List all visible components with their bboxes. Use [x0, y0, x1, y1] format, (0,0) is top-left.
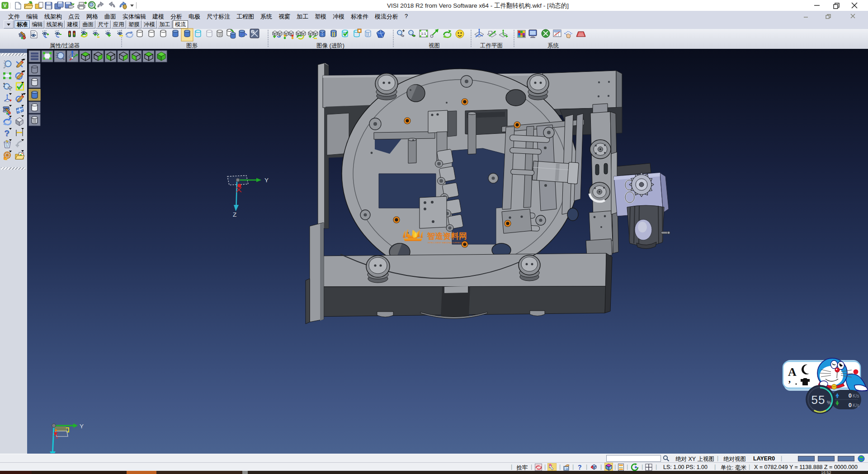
svg-text:0: 0	[849, 402, 852, 408]
svg-text:Z: Z	[233, 211, 236, 218]
svg-text:,: ,	[788, 374, 791, 384]
svg-text:?: ?	[4, 128, 9, 138]
svg-text:K/s: K/s	[853, 403, 859, 408]
svg-text:K/s: K/s	[853, 393, 859, 398]
svg-text:Y: Y	[80, 423, 84, 430]
svg-text:INTELLIGENT MANUFACTURING DATA: INTELLIGENT MANUFACTURING DATA	[428, 242, 467, 244]
svg-text:0: 0	[849, 392, 852, 399]
svg-text:Y: Y	[264, 177, 269, 184]
svg-text:V: V	[3, 3, 7, 8]
svg-text:%: %	[827, 400, 831, 405]
svg-text:智造资料网: 智造资料网	[427, 232, 467, 241]
svg-text:55: 55	[811, 393, 826, 407]
